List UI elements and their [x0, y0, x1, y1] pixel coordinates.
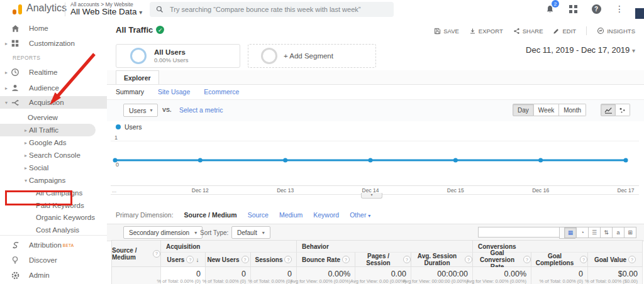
annotations-expander[interactable]: ▾	[361, 193, 382, 199]
property-selector[interactable]: All Web Site Data ▾	[70, 7, 142, 16]
share-button[interactable]: SHARE	[513, 28, 543, 35]
help-icon[interactable]: ?	[342, 256, 350, 263]
subtab-site-usage[interactable]: Site Usage	[158, 88, 190, 96]
column-header-goal-completions[interactable]: Goal Completions?	[531, 252, 588, 267]
sidebar-item-discover[interactable]: Discover	[0, 254, 107, 266]
audience-person-icon	[10, 83, 20, 93]
dimension-source-medium[interactable]: Source / Medium	[184, 211, 237, 219]
totals-bounce-rate: 0.00%Avg for View: 0.00% (0.00%)	[297, 267, 355, 284]
column-header-sessions[interactable]: Sessions?	[251, 252, 297, 267]
column-header-bounce-rate[interactable]: Bounce Rate?	[297, 252, 355, 267]
avatar[interactable]	[635, 8, 644, 19]
sidebar-item-audience[interactable]: ▸ Audience	[0, 82, 107, 94]
kebab-icon: ⋮	[615, 6, 624, 12]
totals-new-users: 0% of Total: 0.00% (0)	[206, 267, 251, 284]
term-cloud-view-icon[interactable]: a	[613, 227, 625, 238]
dimension-keyword[interactable]: Keyword	[313, 211, 339, 219]
help-icon[interactable]: ?	[284, 256, 292, 263]
column-header-avg-session-duration[interactable]: Avg. Session Duration?	[411, 252, 473, 267]
help-icon[interactable]: ?	[523, 256, 531, 263]
granularity-month-button[interactable]: Month	[559, 104, 586, 116]
chart-controls: Users▾ VS. Select a metric Day Week Mont…	[107, 99, 644, 121]
help-icon[interactable]: ?	[465, 256, 472, 263]
comparison-view-icon[interactable]: ⇅	[601, 227, 613, 238]
help-icon[interactable]: ?	[242, 256, 249, 263]
help-icon[interactable]: ?	[628, 256, 636, 263]
global-search[interactable]	[150, 2, 394, 17]
column-header-users[interactable]: Users?↓	[161, 252, 206, 267]
expand-icon: ▸	[3, 70, 9, 75]
column-header-pages-session[interactable]: Pages / Session?	[355, 252, 411, 267]
tab-explorer[interactable]: Explorer	[116, 70, 159, 84]
overflow-menu-button[interactable]: ⋮	[613, 2, 626, 16]
divider	[0, 235, 107, 236]
table-search-input[interactable]	[478, 227, 559, 238]
x-tick-label: Dec 16	[527, 187, 555, 194]
help-icon[interactable]: ?	[186, 256, 194, 263]
pivot-view-icon[interactable]: ⊞	[625, 227, 636, 238]
column-header-goal-value[interactable]: Goal Value?	[588, 252, 643, 267]
save-button[interactable]: SAVE	[434, 28, 459, 35]
motion-chart-icon	[619, 107, 626, 114]
group-header-behavior: Behavior	[297, 240, 473, 252]
sidebar-item-all-traffic[interactable]: ▸ All Traffic	[0, 124, 96, 136]
sidebar-item-search-console[interactable]: ▸ Search Console	[0, 149, 107, 161]
search-input[interactable]	[169, 5, 379, 14]
export-button[interactable]: EXPORT	[469, 28, 503, 35]
dimension-other[interactable]: Other ▾	[350, 211, 370, 219]
help-icon: ?	[592, 4, 601, 14]
sidebar-item-social[interactable]: ▸ Social	[0, 161, 107, 174]
help-icon[interactable]: ?	[403, 256, 411, 263]
performance-view-icon[interactable]: ☰	[589, 227, 601, 238]
dimension-medium[interactable]: Medium	[279, 211, 303, 219]
sidebar-item-customization[interactable]: ▸ Customization	[0, 37, 107, 50]
sidebar-item-cost-analysis[interactable]: Cost Analysis	[0, 224, 143, 236]
totals-goal-conversion-rate: 0.00%Avg for View: 0.00% (0.00%)	[473, 267, 531, 284]
sidebar-item-overview[interactable]: Overview	[0, 111, 135, 124]
users-line-chart[interactable]: 1 0 ... Dec 12Dec 13Dec 14Dec 15Dec 16De…	[107, 132, 644, 206]
insights-button[interactable]: INSIGHTS	[597, 27, 635, 35]
help-icon[interactable]: ?	[580, 256, 587, 263]
sidebar-item-home[interactable]: Home	[0, 22, 107, 35]
date-range-picker[interactable]: Dec 11, 2019 - Dec 17, 2019 ▾	[526, 45, 635, 55]
sidebar-item-realtime[interactable]: ▸ Realtime	[0, 66, 107, 79]
edit-button[interactable]: EDIT	[553, 28, 576, 35]
column-header-source-medium[interactable]: Source / Medium?	[111, 240, 161, 267]
subtab-ecommerce[interactable]: Ecommerce	[204, 88, 239, 96]
sidebar-item-organic-keywords[interactable]: Organic Keywords	[0, 211, 143, 224]
sort-type-dropdown[interactable]: Default▾	[231, 226, 270, 239]
totals-users: 0% of Total: 0.00% (0)	[161, 267, 206, 284]
divider	[65, 3, 65, 16]
select-metric-link[interactable]: Select a metric	[179, 106, 223, 114]
granularity-week-button[interactable]: Week	[534, 104, 559, 116]
subtab-summary[interactable]: Summary	[116, 88, 144, 96]
dimension-source[interactable]: Source	[248, 211, 269, 219]
granularity-day-button[interactable]: Day	[513, 104, 534, 116]
segment-all-users[interactable]: All Users 0.00% Users	[116, 44, 240, 68]
beta-badge: BETA	[63, 243, 74, 248]
help-icon[interactable]: ?	[153, 250, 160, 258]
percentage-view-icon[interactable]: ◔	[577, 227, 589, 238]
expand-icon: ▸	[3, 41, 9, 46]
notifications-button[interactable]: 2	[543, 2, 557, 16]
acquisition-icon	[10, 97, 20, 107]
column-header-goal-conversion-rate[interactable]: Goal Conversion Rate?	[473, 252, 531, 267]
x-tick-label: Dec 15	[441, 187, 469, 194]
column-header-new-users[interactable]: New Users?	[206, 252, 251, 267]
sidebar-item-acquisition[interactable]: ▾ Acquisition	[0, 96, 107, 109]
data-view-icon[interactable]: ▦	[564, 227, 577, 238]
sidebar-item-google-ads[interactable]: ▸ Google Ads	[0, 136, 107, 149]
help-button[interactable]: ?	[589, 2, 603, 16]
add-segment-button[interactable]: + Add Segment	[248, 44, 376, 68]
chevron-down-icon: ▾	[150, 107, 152, 113]
sidebar-item-attribution[interactable]: Attribution BETA	[0, 239, 107, 251]
line-chart-button[interactable]	[601, 104, 616, 116]
sidebar-item-all-campaigns[interactable]: All Campaigns	[0, 187, 143, 199]
notification-badge: 2	[552, 0, 559, 8]
apps-button[interactable]	[566, 2, 580, 16]
sidebar-item-campaigns[interactable]: ▾ Campaigns	[0, 174, 107, 187]
sidebar-item-admin[interactable]: Admin	[0, 269, 107, 281]
sidebar-item-paid-keywords[interactable]: Paid Keywords	[0, 199, 143, 212]
sidebar-nav: Home ▸ Customization REPORTS ▸ Realtime …	[0, 19, 107, 284]
motion-chart-button[interactable]	[616, 104, 630, 116]
